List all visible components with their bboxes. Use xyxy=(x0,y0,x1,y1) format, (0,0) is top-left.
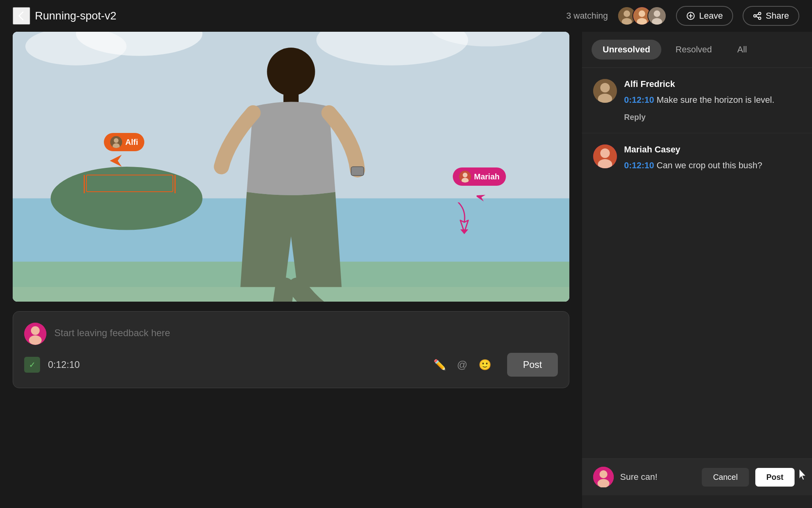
header-right: 3 watching Leave Share xyxy=(566,6,799,26)
annotation-bubble-mariah: Mariah xyxy=(453,167,506,186)
svg-point-52 xyxy=(600,148,610,158)
tab-resolved[interactable]: Resolved xyxy=(665,40,723,60)
watching-count: 3 watching xyxy=(566,11,608,21)
reply-avatar xyxy=(593,467,614,487)
video-container[interactable]: Alfi xyxy=(13,32,569,302)
svg-point-55 xyxy=(599,470,607,478)
annotation-name-alfi: Alfi xyxy=(125,138,138,147)
svg-line-15 xyxy=(756,14,759,15)
reply-cancel-button[interactable]: Cancel xyxy=(702,468,749,487)
comment-time-mariah: 0:12:10 xyxy=(624,160,654,170)
feedback-top xyxy=(24,323,558,345)
back-button[interactable] xyxy=(13,7,30,25)
annotation-bubble-alfi: Alfi xyxy=(104,133,144,151)
annotation-mariah: Mariah xyxy=(453,167,506,186)
leave-button[interactable]: Leave xyxy=(676,6,733,26)
svg-point-35 xyxy=(463,173,467,177)
svg-point-31 xyxy=(114,138,119,143)
comments-panel: Unresolved Resolved All Alfi Fredrick 0:… xyxy=(582,32,812,508)
alfi-arrow xyxy=(110,155,122,168)
header: Running-spot-v2 3 watching Leave Share xyxy=(0,0,812,32)
leave-label: Leave xyxy=(699,11,723,21)
selection-handle-right xyxy=(172,175,176,193)
video-background: Alfi xyxy=(13,32,569,302)
svg-point-7 xyxy=(654,10,661,17)
mariah-arrow xyxy=(477,192,486,204)
feedback-area: ✓ 0:12:10 ✏️ @ 🙂 Post xyxy=(13,311,569,388)
share-label: Share xyxy=(766,11,789,21)
comment-item-alfi: Alfi Fredrick 0:12:10 Make sure the hori… xyxy=(582,68,812,133)
svg-point-2 xyxy=(622,18,632,25)
reply-text-content: Sure can! xyxy=(620,472,695,482)
svg-point-49 xyxy=(600,83,610,92)
comment-time-alfi: 0:12:10 xyxy=(624,95,654,105)
svg-point-5 xyxy=(637,18,647,25)
tab-unresolved[interactable]: Unresolved xyxy=(592,40,661,60)
feedback-user-avatar xyxy=(24,323,46,345)
feedback-post-button[interactable]: Post xyxy=(507,353,558,377)
watcher-avatars xyxy=(617,6,666,25)
feedback-timestamp: 0:12:10 xyxy=(48,359,80,370)
svg-marker-37 xyxy=(477,192,486,202)
svg-marker-33 xyxy=(110,155,122,167)
svg-point-1 xyxy=(624,10,630,17)
svg-marker-38 xyxy=(460,229,468,234)
annotation-avatar-alfi xyxy=(110,136,122,148)
comment-body-alfi: Alfi Fredrick 0:12:10 Make sure the hori… xyxy=(624,79,801,122)
video-panel: Alfi xyxy=(0,32,582,508)
watcher-avatar-3 xyxy=(647,6,666,25)
tab-all[interactable]: All xyxy=(726,40,758,60)
svg-rect-27 xyxy=(351,167,364,175)
main-content: Alfi xyxy=(0,32,812,508)
comment-avatar-alfi xyxy=(593,79,617,103)
video-scene xyxy=(13,32,569,302)
svg-point-8 xyxy=(652,18,662,25)
annotation-avatar-mariah xyxy=(459,171,471,183)
comment-tabs: Unresolved Resolved All xyxy=(582,32,812,68)
svg-line-16 xyxy=(756,17,759,18)
selection-handle-left xyxy=(84,175,87,193)
svg-point-4 xyxy=(639,10,645,17)
reply-post-button[interactable]: Post xyxy=(755,468,795,487)
feedback-icons: ✏️ @ 🙂 xyxy=(433,359,491,371)
svg-point-56 xyxy=(598,479,609,487)
comment-text-alfi: 0:12:10 Make sure the horizon is level. xyxy=(624,93,801,106)
mariah-down-arrow xyxy=(446,202,470,236)
mention-icon[interactable]: @ xyxy=(457,359,467,371)
feedback-input[interactable] xyxy=(54,323,558,343)
timestamp-checkbox[interactable]: ✓ xyxy=(24,357,40,373)
comment-author-mariah: Mariah Casey xyxy=(624,144,801,155)
reply-button-alfi[interactable]: Reply xyxy=(624,113,801,122)
svg-point-47 xyxy=(29,335,42,345)
selection-box-alfi xyxy=(86,175,173,192)
emoji-icon[interactable]: 🙂 xyxy=(479,359,491,371)
comment-author-alfi: Alfi Fredrick xyxy=(624,79,801,89)
feedback-bottom: ✓ 0:12:10 ✏️ @ 🙂 Post xyxy=(24,353,558,377)
share-button[interactable]: Share xyxy=(743,6,799,26)
comment-avatar-mariah xyxy=(593,144,617,168)
page-title: Running-spot-v2 xyxy=(35,10,116,22)
draw-icon[interactable]: ✏️ xyxy=(433,359,446,371)
comment-item-mariah: Mariah Casey 0:12:10 Can we crop out thi… xyxy=(582,133,812,183)
comment-list: Alfi Fredrick 0:12:10 Make sure the hori… xyxy=(582,68,812,458)
comment-body-mariah: Mariah Casey 0:12:10 Can we crop out thi… xyxy=(624,144,801,172)
reply-box: Sure can! Cancel Post xyxy=(582,458,812,495)
svg-point-46 xyxy=(31,326,40,335)
annotation-alfi: Alfi xyxy=(104,133,144,151)
annotation-name-mariah: Mariah xyxy=(474,172,500,181)
svg-point-25 xyxy=(267,48,315,96)
comment-text-mariah: 0:12:10 Can we crop out this bush? xyxy=(624,159,801,172)
